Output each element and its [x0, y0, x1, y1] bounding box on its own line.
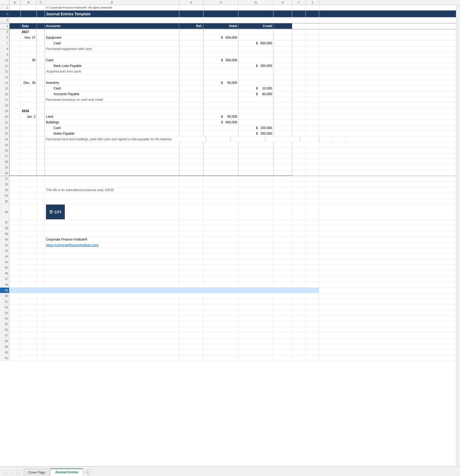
cell-9e	[179, 52, 204, 57]
row-14: 14 Dec. 30 Inventory $ 90,000	[0, 80, 456, 86]
cell-23e	[179, 131, 204, 136]
cell-26i	[292, 148, 306, 153]
cell-15b	[21, 86, 37, 91]
cell-7f	[204, 41, 238, 46]
cell-26c	[37, 148, 45, 153]
cell-16i	[292, 91, 306, 97]
cell-15c	[37, 86, 45, 91]
website-link[interactable]: https://corporatefinanceinstitute.com/	[45, 242, 179, 248]
cell-17c	[37, 97, 45, 102]
cell-25b	[21, 142, 37, 148]
cell-12c	[37, 69, 45, 74]
cell-3h	[273, 17, 292, 23]
cell-7c	[37, 41, 45, 46]
cell-7e	[179, 41, 204, 46]
cell-13e	[179, 74, 204, 80]
nav-first-arrow[interactable]: ‹	[3, 471, 7, 475]
cell-22c	[37, 125, 45, 131]
cell-2a	[9, 10, 21, 17]
cell-29i	[292, 165, 306, 170]
tab-cover-page[interactable]: Cover Page	[24, 468, 50, 476]
row-num-20: 20	[0, 114, 9, 119]
cell-24j	[333, 137, 346, 142]
cell-29h	[273, 165, 292, 170]
nav-next-arrow[interactable]: ›	[12, 471, 17, 475]
cell-12a	[9, 69, 21, 74]
cell-15g: $ 10,000	[238, 86, 273, 91]
cell-21c	[37, 120, 45, 125]
row-num-26: 26	[0, 148, 9, 153]
col-header-a: A	[9, 0, 21, 5]
rows-container[interactable]: 1 © Corporate Finance Institute®. All ri…	[0, 5, 456, 466]
cell-30g	[238, 170, 273, 176]
row-53: 53	[0, 310, 456, 316]
row-4: 4 Date Accounts Ref. Debit Credit	[0, 23, 456, 29]
cell-7i	[292, 41, 306, 46]
row-num-22: 22	[0, 125, 9, 131]
cell-26a	[9, 148, 21, 153]
cell-15e	[179, 86, 204, 91]
cell-6f: $ 650,000	[204, 35, 238, 40]
cell-5j	[306, 29, 319, 35]
row-58: 58	[0, 338, 456, 344]
cell-29a	[9, 165, 21, 170]
cell-27j	[306, 153, 319, 159]
cell-26d	[45, 148, 179, 153]
cell-21d: Buildings	[45, 120, 179, 125]
row-10: 10 30 Cash $ 300,000	[0, 58, 456, 63]
cell-21j	[306, 120, 319, 125]
row-num-10: 10	[0, 58, 9, 63]
cell-7d: Cash	[45, 41, 179, 46]
cell-25d	[45, 142, 179, 148]
cell-17d: Purchased inventory on cash and credit.	[45, 97, 179, 102]
add-sheet-button[interactable]: +	[85, 469, 91, 475]
row-45: 45	[0, 265, 456, 271]
cell-8b	[21, 46, 37, 52]
cell-28e	[179, 159, 204, 164]
cell-21i	[292, 120, 306, 125]
cell-27a	[9, 153, 21, 159]
cell-9d	[45, 52, 179, 57]
cell-20c	[37, 114, 45, 119]
cell-4d: Accounts	[45, 23, 179, 29]
cell-9g	[238, 52, 273, 57]
cell-18d	[45, 103, 179, 108]
row-21: 21 Buildings $ 400,000	[0, 120, 456, 125]
cell-20h	[273, 114, 292, 119]
cell-13b	[21, 74, 37, 80]
nav-last-arrow[interactable]: ›	[17, 471, 22, 475]
row-11: 11 Bank Loan Payable $ 300,000	[0, 63, 456, 69]
cell-15j	[306, 86, 319, 91]
cell-11f	[204, 63, 238, 69]
row-12: 12 Acquired loan from bank.	[0, 69, 456, 74]
cell-26b	[21, 148, 37, 153]
row-2: 2 Journal Entries Template	[0, 10, 456, 17]
cell-20d: Land	[45, 114, 179, 119]
cell-14e	[179, 80, 204, 85]
cell-4h	[273, 23, 292, 29]
cell-15a	[9, 86, 21, 91]
row-8: 8 Purchased equipment with cash.	[0, 46, 456, 52]
cell-27c	[37, 153, 45, 159]
cell-17a	[9, 97, 21, 102]
cell-22i	[292, 125, 306, 131]
cell-18h	[273, 103, 292, 108]
cell-11b	[21, 63, 37, 69]
cell-30d	[45, 170, 179, 176]
cell-20f: $ 50,000	[204, 114, 238, 119]
nav-prev-arrow[interactable]: ‹	[8, 471, 12, 475]
row-27: 27	[0, 153, 456, 159]
cell-14i	[292, 80, 306, 85]
row-57: 57	[0, 333, 456, 338]
row-47: 47	[0, 276, 456, 282]
cell-17f	[204, 97, 238, 102]
vertical-scrollbar[interactable]	[456, 5, 460, 466]
row-num-16: 16	[0, 91, 9, 97]
cell-9f	[204, 52, 238, 57]
cell-18g	[238, 103, 273, 108]
cell-14f: $ 90,000	[204, 80, 238, 85]
col-header-h: H	[273, 0, 292, 5]
tab-journal-entries[interactable]: Journal Entries	[50, 468, 83, 476]
row-17: 17 Purchased inventory on cash and credi…	[0, 97, 456, 103]
cell-21g	[238, 120, 273, 125]
